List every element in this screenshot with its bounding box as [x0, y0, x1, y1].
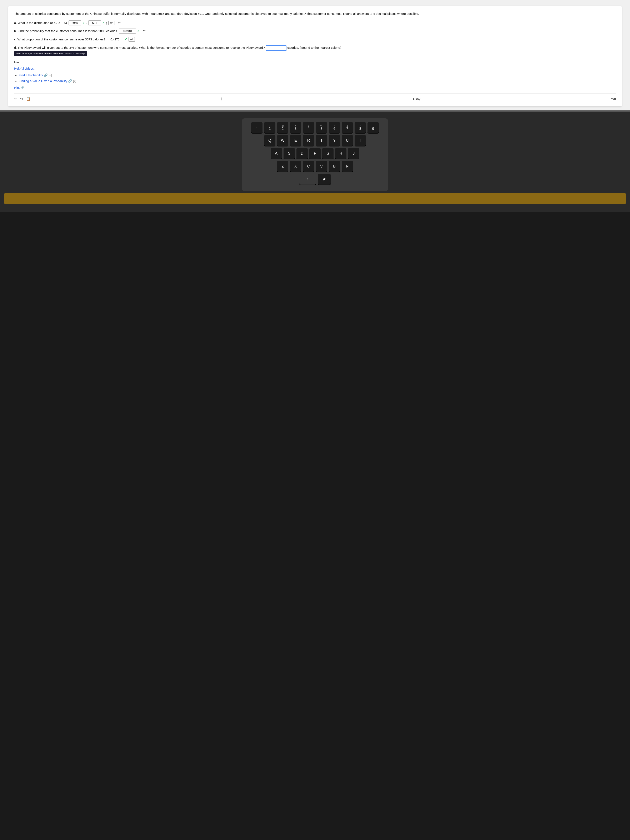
- keyboard: ~ ` ! 1 @ 2 # 3 $ 4: [242, 118, 388, 191]
- helpful-videos-label: Helpful videos:: [14, 66, 616, 71]
- keyboard-row-4: Z X C V B N: [245, 161, 385, 172]
- question-c-input[interactable]: [107, 37, 123, 42]
- key-z[interactable]: Z: [277, 161, 288, 172]
- question-b-input[interactable]: [119, 28, 136, 33]
- question-b: b. Find the probability that the custome…: [14, 28, 616, 34]
- helpful-video-item-2: Finding a Value Given a Probability 🔗 [+…: [19, 79, 616, 84]
- key-w[interactable]: W: [277, 135, 288, 146]
- question-b-check: ✓: [137, 28, 140, 34]
- key-lparen-9[interactable]: ( 9: [368, 122, 379, 133]
- helpful-video-item-1: Find a Probability 🔗 [+]: [19, 73, 616, 78]
- key-hash-3[interactable]: # 3: [290, 122, 301, 133]
- finding-value-icon: 🔗: [68, 79, 73, 83]
- question-a-sigma1-btn[interactable]: σ⁴: [108, 21, 115, 25]
- key-f[interactable]: F: [309, 148, 321, 159]
- key-d[interactable]: D: [297, 148, 308, 159]
- question-b-label: b. Find the probability that the custome…: [14, 28, 118, 33]
- hint-link-icon: 🔗: [21, 86, 25, 89]
- key-star-8[interactable]: * 8: [355, 122, 366, 133]
- question-c-check: ✓: [125, 37, 127, 42]
- key-y[interactable]: Y: [329, 135, 340, 146]
- we-label: We: [611, 96, 616, 101]
- hint-link[interactable]: Hint 🔗: [14, 85, 616, 90]
- tooltip-text: Enter an integer or decimal number, accu…: [14, 51, 87, 56]
- okay-button[interactable]: Okay: [413, 97, 420, 101]
- key-q[interactable]: Q: [264, 135, 275, 146]
- question-a-paren: ): [106, 21, 107, 25]
- key-amp-7[interactable]: & 7: [342, 122, 353, 133]
- keyboard-row-5: ↑ ⌘: [245, 174, 385, 185]
- hint-label: Hint:: [14, 60, 616, 65]
- key-i[interactable]: I: [355, 135, 366, 146]
- question-a-sigma2-btn[interactable]: σ⁶: [116, 21, 123, 25]
- divider-area: |: [221, 96, 222, 101]
- key-h[interactable]: H: [335, 148, 346, 159]
- helpful-videos-list: Find a Probability 🔗 [+] Finding a Value…: [14, 73, 616, 84]
- find-probability-icon: 🔗: [44, 73, 49, 77]
- keyboard-row-1: ~ ` ! 1 @ 2 # 3 $ 4: [245, 122, 385, 133]
- question-a-comma: ,: [86, 21, 87, 25]
- key-v[interactable]: V: [316, 161, 327, 172]
- key-b[interactable]: B: [329, 161, 340, 172]
- question-a: a. What is the distribution of X? X ~ N(…: [14, 20, 616, 25]
- keyboard-area: ~ ` ! 1 @ 2 # 3 $ 4: [0, 112, 630, 212]
- copy-button[interactable]: 📋: [26, 97, 30, 101]
- find-probability-expand: [+]: [49, 74, 52, 77]
- question-c-sigma-btn[interactable]: σ⁶: [128, 37, 135, 42]
- screen-area: The amount of calories consumed by custo…: [0, 0, 630, 112]
- toolbar-left: ↩ ↪ 📋: [14, 96, 30, 101]
- finding-value-link[interactable]: Finding a Value Given a Probability: [19, 79, 67, 83]
- yellow-strip: [4, 193, 626, 204]
- key-percent-5[interactable]: % 5: [316, 122, 327, 133]
- key-shift[interactable]: ↑: [299, 174, 316, 185]
- tooltip-row: Enter an integer or decimal number, accu…: [14, 51, 616, 56]
- key-r[interactable]: R: [303, 135, 314, 146]
- key-caret-6[interactable]: ^ 6: [329, 122, 340, 133]
- problem-statement: The amount of calories consumed by custo…: [14, 11, 616, 16]
- key-tilde-backtick[interactable]: ~ `: [251, 122, 262, 133]
- question-a-input1[interactable]: [68, 21, 81, 25]
- key-x[interactable]: X: [290, 161, 301, 172]
- question-a-label: a. What is the distribution of X? X ~ N(: [14, 21, 67, 25]
- key-a[interactable]: A: [271, 148, 282, 159]
- question-c: c. What proportion of the customers cons…: [14, 37, 616, 42]
- key-e[interactable]: E: [290, 135, 301, 146]
- key-u[interactable]: U: [342, 135, 353, 146]
- find-probability-link[interactable]: Find a Probability: [19, 73, 43, 77]
- hint-section: Hint: Helpful videos: Find a Probability…: [14, 60, 616, 90]
- question-c-label: c. What proportion of the customers cons…: [14, 37, 106, 42]
- key-at-2[interactable]: @ 2: [277, 122, 288, 133]
- key-cmd[interactable]: ⌘: [318, 174, 331, 185]
- key-dollar-4[interactable]: $ 4: [303, 122, 314, 133]
- finding-value-expand: [+]: [73, 80, 76, 83]
- divider-bar: |: [221, 97, 222, 100]
- question-a-check2: ✓: [102, 20, 105, 25]
- keyboard-row-3: A S D F G H J: [245, 148, 385, 159]
- content-box: The amount of calories consumed by custo…: [8, 6, 622, 106]
- key-j[interactable]: J: [348, 148, 359, 159]
- key-t[interactable]: T: [316, 135, 327, 146]
- redo-button[interactable]: ↪: [20, 96, 23, 101]
- undo-button[interactable]: ↩: [14, 96, 17, 101]
- bottom-toolbar: ↩ ↪ 📋 | Okay We: [14, 93, 616, 101]
- key-exclaim-1[interactable]: ! 1: [264, 122, 275, 133]
- question-a-input2[interactable]: [88, 21, 101, 25]
- keyboard-row-2: Q W E R T Y U I: [245, 135, 385, 146]
- key-c[interactable]: C: [303, 161, 314, 172]
- question-d-label: d. The Piggy award will given out to the…: [14, 45, 616, 51]
- question-d-input[interactable]: [265, 46, 286, 51]
- question-d: d. The Piggy award will given out to the…: [14, 45, 616, 51]
- key-n[interactable]: N: [342, 161, 353, 172]
- question-a-check1: ✓: [82, 20, 85, 25]
- keyboard-wrapper: ~ ` ! 1 @ 2 # 3 $ 4: [4, 118, 626, 191]
- key-s[interactable]: S: [284, 148, 295, 159]
- key-g[interactable]: G: [322, 148, 333, 159]
- question-b-sigma-btn[interactable]: σ⁶: [141, 29, 147, 33]
